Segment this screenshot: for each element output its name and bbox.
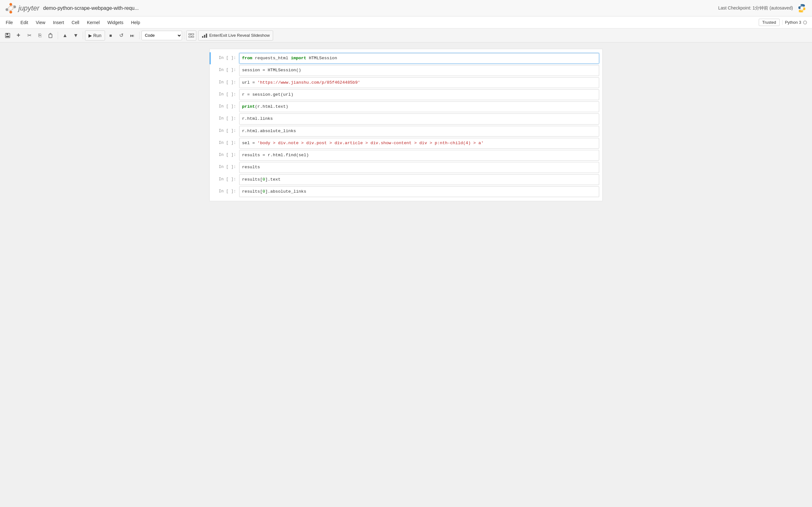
svg-rect-10	[189, 34, 191, 35]
svg-point-0	[9, 3, 12, 6]
menu-edit[interactable]: Edit	[17, 19, 32, 26]
cell-3[interactable]: In [ ]:r = session.get(url)	[210, 89, 602, 101]
cell-4[interactable]: In [ ]:print(r.html.text)	[210, 101, 602, 113]
cell-input-4[interactable]: print(r.html.text)	[239, 101, 599, 112]
notebook-inner: In [ ]:from requests_html import HTMLSes…	[209, 49, 603, 201]
cell-6[interactable]: In [ ]:r.html.absolute_links	[210, 125, 602, 137]
python-logo-icon	[797, 3, 807, 13]
cell-9[interactable]: In [ ]:results	[210, 161, 602, 173]
cell-prompt-8: In [ ]:	[211, 150, 239, 161]
svg-rect-15	[204, 35, 205, 38]
jupyter-logo: jupyter	[5, 3, 39, 14]
cell-prompt-3: In [ ]:	[211, 89, 239, 100]
cell-input-2[interactable]: url = 'https://www.jianshu.com/p/85f4624…	[239, 77, 599, 88]
menu-view[interactable]: View	[33, 19, 49, 26]
trusted-button[interactable]: Trusted	[759, 19, 780, 26]
menu-kernel[interactable]: Kernel	[84, 19, 103, 26]
cell-prompt-1: In [ ]:	[211, 65, 239, 76]
menu-bar: File Edit View Insert Cell Kernel Widget…	[0, 16, 812, 29]
cell-1[interactable]: In [ ]:session = HTMLSession()	[210, 64, 602, 76]
notebook-container: In [ ]:from requests_html import HTMLSes…	[0, 43, 812, 507]
cell-input-8[interactable]: results = r.html.find(sel)	[239, 150, 599, 161]
run-icon: ▶	[89, 33, 92, 38]
checkpoint-info: Last Checkpoint: 1分钟前 (autosaved)	[718, 5, 793, 11]
cell-prompt-7: In [ ]:	[211, 138, 239, 149]
cell-prompt-11: In [ ]:	[211, 186, 239, 197]
cell-input-3[interactable]: r = session.get(url)	[239, 89, 599, 100]
jupyter-text: jupyter	[18, 4, 39, 12]
keyboard-shortcuts-button[interactable]	[186, 31, 196, 41]
cell-input-5[interactable]: r.html.links	[239, 113, 599, 124]
cell-prompt-6: In [ ]:	[211, 126, 239, 136]
svg-point-3	[13, 5, 16, 8]
title-bar: jupyter demo-python-scrape-webpage-with-…	[0, 0, 812, 16]
cell-input-10[interactable]: results[0].text	[239, 174, 599, 185]
cell-input-11[interactable]: results[0].absolute_links	[239, 186, 599, 197]
cell-prompt-4: In [ ]:	[211, 101, 239, 112]
svg-rect-13	[192, 36, 194, 38]
menu-widgets[interactable]: Widgets	[104, 19, 126, 26]
cell-prompt-9: In [ ]:	[211, 162, 239, 173]
kernel-info: Python 3	[782, 20, 809, 25]
move-up-button[interactable]: ▲	[60, 31, 70, 41]
toolbar: + ✂ ⎘ ▲ ▼ ▶ Run ■ ↺ ⏭ Code Markdown Raw …	[0, 29, 812, 43]
cell-prompt-5: In [ ]:	[211, 113, 239, 124]
svg-rect-11	[191, 34, 194, 35]
slideshow-label: Enter/Exit Live Reveal Slideshow	[209, 33, 270, 38]
save-button[interactable]	[3, 31, 13, 41]
cell-0[interactable]: In [ ]:from requests_html import HTMLSes…	[210, 52, 602, 64]
cell-input-1[interactable]: session = HTMLSession()	[239, 65, 599, 76]
cell-10[interactable]: In [ ]:results[0].text	[210, 174, 602, 186]
cell-5[interactable]: In [ ]:r.html.links	[210, 113, 602, 125]
separator-4	[184, 32, 184, 39]
svg-rect-12	[189, 36, 191, 38]
add-cell-button[interactable]: +	[13, 31, 23, 41]
slideshow-button[interactable]: Enter/Exit Live Reveal Slideshow	[198, 31, 273, 41]
run-button[interactable]: ▶ Run	[85, 31, 105, 41]
cell-7[interactable]: In [ ]:sel = 'body > div.note > div.post…	[210, 137, 602, 149]
cell-11[interactable]: In [ ]:results[0].absolute_links	[210, 186, 602, 198]
menu-help[interactable]: Help	[128, 19, 143, 26]
move-down-button[interactable]: ▼	[71, 31, 81, 41]
cell-type-select[interactable]: Code Markdown Raw NBConvert Heading	[142, 31, 182, 40]
run-label: Run	[93, 33, 101, 38]
kernel-status-icon	[803, 20, 807, 24]
cell-input-0[interactable]: from requests_html import HTMLSession	[239, 53, 599, 64]
separator-2	[83, 32, 83, 39]
cell-8[interactable]: In [ ]:results = r.html.find(sel)	[210, 149, 602, 161]
cell-input-9[interactable]: results	[239, 162, 599, 173]
stop-button[interactable]: ■	[106, 31, 116, 41]
svg-rect-16	[206, 34, 207, 38]
notebook-title: demo-python-scrape-webpage-with-requ...	[43, 5, 714, 11]
menu-file[interactable]: File	[3, 19, 16, 26]
kernel-label: Python 3	[785, 20, 801, 25]
svg-rect-9	[49, 34, 52, 38]
cell-prompt-2: In [ ]:	[211, 77, 239, 88]
cell-prompt-0: In [ ]:	[211, 53, 239, 64]
menu-cell[interactable]: Cell	[68, 19, 83, 26]
cell-2[interactable]: In [ ]:url = 'https://www.jianshu.com/p/…	[210, 77, 602, 89]
cut-button[interactable]: ✂	[24, 31, 34, 41]
restart-run-button[interactable]: ⏭	[127, 31, 137, 41]
svg-point-1	[9, 10, 12, 13]
cell-prompt-10: In [ ]:	[211, 174, 239, 185]
cell-input-6[interactable]: r.html.absolute_links	[239, 126, 599, 136]
svg-rect-7	[6, 33, 8, 35]
svg-point-2	[5, 8, 8, 11]
separator-1	[58, 32, 58, 39]
svg-rect-8	[6, 36, 9, 37]
svg-rect-14	[202, 36, 203, 38]
copy-button[interactable]: ⎘	[35, 31, 45, 41]
restart-button[interactable]: ↺	[116, 31, 126, 41]
separator-3	[139, 32, 140, 39]
menu-insert[interactable]: Insert	[50, 19, 67, 26]
cell-input-7[interactable]: sel = 'body > div.note > div.post > div.…	[239, 138, 599, 149]
paste-button[interactable]	[46, 31, 56, 41]
